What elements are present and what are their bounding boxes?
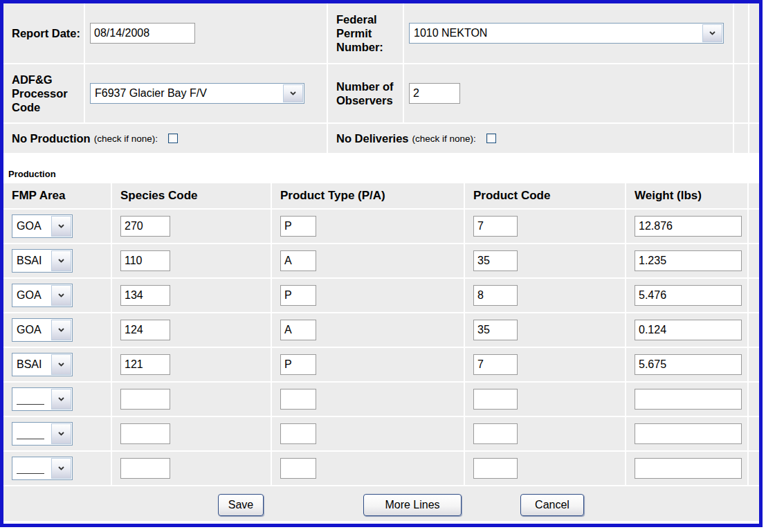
no-production-checkbox[interactable] [168,134,178,143]
chevron-down-icon [51,423,71,444]
species-code-input[interactable] [120,320,170,340]
more-lines-button[interactable]: More Lines [363,494,462,516]
weight-input[interactable] [635,250,742,271]
weight-input[interactable] [635,216,742,237]
species-code-input[interactable] [120,250,170,271]
report-date-label: Report Date: [3,3,84,63]
spacer-cell [749,348,759,381]
spacer-cell [749,452,759,485]
species-code-input[interactable] [120,285,170,306]
fmp-area-select[interactable] [12,457,73,480]
production-report-form: Report Date: Federal Permit Number: 1010… [0,0,763,527]
fmp-area-select[interactable]: GOA [12,214,73,238]
fmp-area-value [12,457,51,479]
spacer-cell [749,244,759,277]
chevron-down-icon [51,250,71,271]
product-type-input[interactable] [280,354,316,375]
report-date-input[interactable] [90,23,195,44]
cancel-button[interactable]: Cancel [520,494,584,516]
column-header-product-code: Product Code [465,183,625,208]
spacer-cell [749,3,759,63]
save-button[interactable]: Save [218,494,264,516]
chevron-down-icon [702,24,722,42]
product-type-input[interactable] [280,216,316,237]
fmp-area-value [12,388,51,410]
federal-permit-label: Federal Permit Number: [328,3,403,63]
product-code-input[interactable] [473,320,518,340]
weight-input[interactable] [635,285,742,306]
column-header-species-code: Species Code [112,183,271,208]
chevron-down-icon [51,285,71,306]
fmp-area-select[interactable]: BSAI [12,353,73,376]
species-code-input[interactable] [120,458,170,479]
product-type-input[interactable] [280,285,316,306]
species-code-input[interactable] [120,423,170,444]
no-deliveries-hint: (check if none): [412,134,476,144]
spacer-cell [749,383,759,416]
product-type-input[interactable] [280,389,316,410]
product-code-input[interactable] [473,285,518,306]
fmp-area-value: GOA [12,319,51,341]
product-code-input[interactable] [473,458,518,479]
product-type-input[interactable] [280,250,316,271]
blank-option-line [17,428,44,439]
fmp-area-value: GOA [12,284,51,306]
weight-input[interactable] [635,423,742,444]
product-code-input[interactable] [473,250,518,271]
spacer-cell [749,210,759,243]
fmp-area-value: BSAI [12,354,51,376]
spacer-cell [734,124,748,153]
fmp-area-value [12,423,51,445]
spacer-cell [749,313,759,347]
spacer-cell [734,3,748,63]
product-code-input[interactable] [473,216,518,237]
spacer-cell [749,124,759,153]
chevron-down-icon [283,84,303,102]
fmp-area-select[interactable]: GOA [12,318,73,342]
spacer-cell [749,417,759,450]
species-code-input[interactable] [120,354,170,375]
federal-permit-value: 1010 NEKTON [410,24,702,43]
observers-label: Number of Observers [328,64,403,122]
product-type-input[interactable] [280,458,316,479]
chevron-down-icon [51,354,71,375]
processor-code-label: ADF&G Processor Code [3,64,84,122]
column-header-fmp-area: FMP Area [3,183,111,208]
spacer-cell [734,64,748,122]
processor-code-select[interactable]: F6937 Glacier Bay F/V [90,83,304,104]
no-production-hint: (check if none): [94,134,158,144]
no-deliveries-label: No Deliveries [336,132,409,145]
column-header-weight: Weight (lbs) [626,183,747,208]
processor-code-value: F6937 Glacier Bay F/V [91,84,282,103]
fmp-area-select[interactable]: BSAI [12,249,73,273]
fmp-area-value: BSAI [12,250,51,272]
no-production-label: No Production [12,132,91,145]
spacer-cell [749,183,759,208]
fmp-area-value: GOA [12,215,51,237]
fmp-area-select[interactable] [12,387,73,411]
fmp-area-select[interactable]: GOA [12,284,73,307]
observers-input[interactable] [409,83,460,104]
weight-input[interactable] [635,389,742,410]
no-deliveries-checkbox[interactable] [486,134,496,143]
species-code-input[interactable] [120,216,170,237]
fmp-area-select[interactable] [12,422,73,446]
weight-input[interactable] [635,458,742,479]
weight-input[interactable] [635,320,742,340]
report-header-table: Report Date: Federal Permit Number: 1010… [3,3,759,153]
production-section-label: Production [3,153,759,183]
product-code-input[interactable] [473,389,518,410]
species-code-input[interactable] [120,389,170,410]
blank-option-line [17,394,44,405]
product-type-input[interactable] [280,423,316,444]
product-code-input[interactable] [473,423,518,444]
product-code-input[interactable] [473,354,518,375]
spacer-cell [749,64,759,122]
federal-permit-select[interactable]: 1010 NEKTON [409,23,724,44]
column-header-product-type: Product Type (P/A) [272,183,464,208]
form-actions-row: Save More Lines Cancel [3,486,759,521]
weight-input[interactable] [635,354,742,375]
blank-option-line [17,463,44,474]
chevron-down-icon [51,216,71,237]
product-type-input[interactable] [280,320,316,340]
